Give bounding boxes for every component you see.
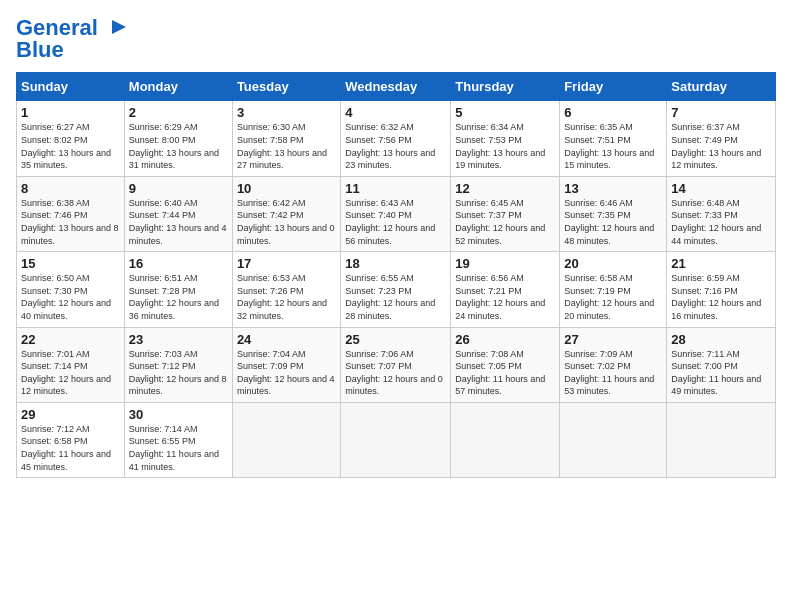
day-cell: 11 Sunrise: 6:43 AMSunset: 7:40 PMDaylig… — [341, 176, 451, 251]
empty-cell — [667, 402, 776, 477]
cell-info: Sunrise: 6:45 AMSunset: 7:37 PMDaylight:… — [455, 197, 555, 247]
logo-blue: Blue — [16, 38, 130, 62]
cell-info: Sunrise: 6:50 AMSunset: 7:30 PMDaylight:… — [21, 272, 120, 322]
cell-info: Sunrise: 7:03 AMSunset: 7:12 PMDaylight:… — [129, 348, 228, 398]
cell-info: Sunrise: 6:43 AMSunset: 7:40 PMDaylight:… — [345, 197, 446, 247]
day-number: 6 — [564, 105, 662, 120]
day-cell: 10 Sunrise: 6:42 AMSunset: 7:42 PMDaylig… — [232, 176, 340, 251]
cell-info: Sunrise: 6:27 AMSunset: 8:02 PMDaylight:… — [21, 121, 120, 171]
cell-info: Sunrise: 7:08 AMSunset: 7:05 PMDaylight:… — [455, 348, 555, 398]
day-number: 25 — [345, 332, 446, 347]
day-cell: 1 Sunrise: 6:27 AMSunset: 8:02 PMDayligh… — [17, 101, 125, 176]
cell-info: Sunrise: 6:30 AMSunset: 7:58 PMDaylight:… — [237, 121, 336, 171]
cell-info: Sunrise: 7:11 AMSunset: 7:00 PMDaylight:… — [671, 348, 771, 398]
day-number: 13 — [564, 181, 662, 196]
day-number: 26 — [455, 332, 555, 347]
day-number: 22 — [21, 332, 120, 347]
cell-info: Sunrise: 7:01 AMSunset: 7:14 PMDaylight:… — [21, 348, 120, 398]
day-cell: 15 Sunrise: 6:50 AMSunset: 7:30 PMDaylig… — [17, 252, 125, 327]
day-number: 30 — [129, 407, 228, 422]
day-cell: 19 Sunrise: 6:56 AMSunset: 7:21 PMDaylig… — [451, 252, 560, 327]
day-cell: 21 Sunrise: 6:59 AMSunset: 7:16 PMDaylig… — [667, 252, 776, 327]
week-row: 8 Sunrise: 6:38 AMSunset: 7:46 PMDayligh… — [17, 176, 776, 251]
day-number: 23 — [129, 332, 228, 347]
day-cell: 3 Sunrise: 6:30 AMSunset: 7:58 PMDayligh… — [232, 101, 340, 176]
empty-cell — [560, 402, 667, 477]
cell-info: Sunrise: 6:35 AMSunset: 7:51 PMDaylight:… — [564, 121, 662, 171]
day-number: 7 — [671, 105, 771, 120]
day-cell: 5 Sunrise: 6:34 AMSunset: 7:53 PMDayligh… — [451, 101, 560, 176]
cell-info: Sunrise: 6:55 AMSunset: 7:23 PMDaylight:… — [345, 272, 446, 322]
cell-info: Sunrise: 6:29 AMSunset: 8:00 PMDaylight:… — [129, 121, 228, 171]
header: General Blue — [16, 16, 776, 62]
day-number: 4 — [345, 105, 446, 120]
week-row: 29 Sunrise: 7:12 AMSunset: 6:58 PMDaylig… — [17, 402, 776, 477]
day-number: 12 — [455, 181, 555, 196]
cell-info: Sunrise: 6:53 AMSunset: 7:26 PMDaylight:… — [237, 272, 336, 322]
day-number: 27 — [564, 332, 662, 347]
cell-info: Sunrise: 6:48 AMSunset: 7:33 PMDaylight:… — [671, 197, 771, 247]
day-cell: 22 Sunrise: 7:01 AMSunset: 7:14 PMDaylig… — [17, 327, 125, 402]
day-number: 18 — [345, 256, 446, 271]
day-cell: 17 Sunrise: 6:53 AMSunset: 7:26 PMDaylig… — [232, 252, 340, 327]
week-row: 22 Sunrise: 7:01 AMSunset: 7:14 PMDaylig… — [17, 327, 776, 402]
day-number: 19 — [455, 256, 555, 271]
day-cell: 29 Sunrise: 7:12 AMSunset: 6:58 PMDaylig… — [17, 402, 125, 477]
cell-info: Sunrise: 6:59 AMSunset: 7:16 PMDaylight:… — [671, 272, 771, 322]
day-number: 17 — [237, 256, 336, 271]
cell-info: Sunrise: 6:40 AMSunset: 7:44 PMDaylight:… — [129, 197, 228, 247]
day-number: 2 — [129, 105, 228, 120]
day-cell: 30 Sunrise: 7:14 AMSunset: 6:55 PMDaylig… — [124, 402, 232, 477]
day-cell: 13 Sunrise: 6:46 AMSunset: 7:35 PMDaylig… — [560, 176, 667, 251]
day-cell: 7 Sunrise: 6:37 AMSunset: 7:49 PMDayligh… — [667, 101, 776, 176]
day-number: 3 — [237, 105, 336, 120]
cell-info: Sunrise: 6:58 AMSunset: 7:19 PMDaylight:… — [564, 272, 662, 322]
cell-info: Sunrise: 7:14 AMSunset: 6:55 PMDaylight:… — [129, 423, 228, 473]
day-number: 11 — [345, 181, 446, 196]
header-row: Sunday Monday Tuesday Wednesday Thursday… — [17, 73, 776, 101]
page-container: General Blue Sunday Monday Tuesday — [0, 0, 792, 486]
day-cell: 2 Sunrise: 6:29 AMSunset: 8:00 PMDayligh… — [124, 101, 232, 176]
day-number: 10 — [237, 181, 336, 196]
day-cell: 18 Sunrise: 6:55 AMSunset: 7:23 PMDaylig… — [341, 252, 451, 327]
cell-info: Sunrise: 6:42 AMSunset: 7:42 PMDaylight:… — [237, 197, 336, 247]
cell-info: Sunrise: 6:56 AMSunset: 7:21 PMDaylight:… — [455, 272, 555, 322]
day-number: 28 — [671, 332, 771, 347]
week-row: 15 Sunrise: 6:50 AMSunset: 7:30 PMDaylig… — [17, 252, 776, 327]
day-number: 21 — [671, 256, 771, 271]
day-number: 29 — [21, 407, 120, 422]
day-cell: 23 Sunrise: 7:03 AMSunset: 7:12 PMDaylig… — [124, 327, 232, 402]
col-sunday: Sunday — [17, 73, 125, 101]
day-cell: 28 Sunrise: 7:11 AMSunset: 7:00 PMDaylig… — [667, 327, 776, 402]
cell-info: Sunrise: 7:04 AMSunset: 7:09 PMDaylight:… — [237, 348, 336, 398]
day-number: 9 — [129, 181, 228, 196]
svg-marker-0 — [112, 20, 126, 34]
cell-info: Sunrise: 6:37 AMSunset: 7:49 PMDaylight:… — [671, 121, 771, 171]
col-tuesday: Tuesday — [232, 73, 340, 101]
cell-info: Sunrise: 6:46 AMSunset: 7:35 PMDaylight:… — [564, 197, 662, 247]
empty-cell — [341, 402, 451, 477]
empty-cell — [232, 402, 340, 477]
day-cell: 12 Sunrise: 6:45 AMSunset: 7:37 PMDaylig… — [451, 176, 560, 251]
cell-info: Sunrise: 7:12 AMSunset: 6:58 PMDaylight:… — [21, 423, 120, 473]
day-number: 14 — [671, 181, 771, 196]
logo: General Blue — [16, 16, 130, 62]
calendar-table: Sunday Monday Tuesday Wednesday Thursday… — [16, 72, 776, 478]
day-number: 16 — [129, 256, 228, 271]
col-friday: Friday — [560, 73, 667, 101]
cell-info: Sunrise: 6:38 AMSunset: 7:46 PMDaylight:… — [21, 197, 120, 247]
day-cell: 14 Sunrise: 6:48 AMSunset: 7:33 PMDaylig… — [667, 176, 776, 251]
col-wednesday: Wednesday — [341, 73, 451, 101]
day-cell: 16 Sunrise: 6:51 AMSunset: 7:28 PMDaylig… — [124, 252, 232, 327]
cell-info: Sunrise: 7:06 AMSunset: 7:07 PMDaylight:… — [345, 348, 446, 398]
day-cell: 26 Sunrise: 7:08 AMSunset: 7:05 PMDaylig… — [451, 327, 560, 402]
week-row: 1 Sunrise: 6:27 AMSunset: 8:02 PMDayligh… — [17, 101, 776, 176]
cell-info: Sunrise: 6:51 AMSunset: 7:28 PMDaylight:… — [129, 272, 228, 322]
cell-info: Sunrise: 7:09 AMSunset: 7:02 PMDaylight:… — [564, 348, 662, 398]
cell-info: Sunrise: 6:34 AMSunset: 7:53 PMDaylight:… — [455, 121, 555, 171]
day-cell: 20 Sunrise: 6:58 AMSunset: 7:19 PMDaylig… — [560, 252, 667, 327]
day-number: 8 — [21, 181, 120, 196]
day-cell: 9 Sunrise: 6:40 AMSunset: 7:44 PMDayligh… — [124, 176, 232, 251]
col-monday: Monday — [124, 73, 232, 101]
logo-flag-icon — [108, 18, 130, 40]
